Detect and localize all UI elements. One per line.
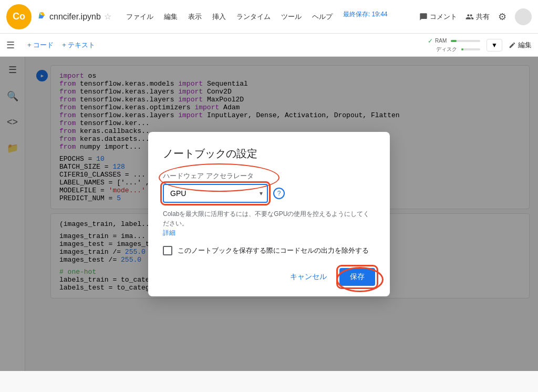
gpu-select[interactable]: なし GPU TPU: [164, 185, 267, 202]
avatar[interactable]: [515, 8, 532, 25]
menu-help[interactable]: ヘルプ: [308, 10, 337, 24]
toolbar-right: ✓ RAM ディスク ▼ 編集: [428, 37, 532, 53]
disk-bar: [461, 48, 480, 50]
hint-link[interactable]: 詳細: [163, 229, 175, 236]
hamburger-icon[interactable]: ☰: [6, 39, 15, 51]
add-text-button[interactable]: + テキスト: [62, 40, 95, 50]
modal-overlay: ノートブックの設定 ハードウェア アクセラレータ なし GPU TPU ▾ ? …: [0, 57, 538, 371]
dialog-actions: キャンセル 保存: [163, 268, 375, 286]
menu-edit[interactable]: 編集: [160, 10, 182, 24]
cancel-button[interactable]: キャンセル: [282, 268, 335, 286]
help-icon[interactable]: ?: [273, 188, 285, 199]
top-right-actions: コメント 共有 ⚙: [419, 8, 532, 25]
settings-dialog: ノートブックの設定 ハードウェア アクセラレータ なし GPU TPU ▾ ? …: [148, 132, 390, 296]
add-code-button[interactable]: + コード: [27, 40, 54, 50]
drive-icon: [37, 11, 46, 23]
top-bar: Co cnncifer.ipynb ☆ ファイル 編集 表示 挿入 ランタイム …: [0, 0, 538, 34]
main-layout: ☰ 🔍 <> 📁 import os from tensorflow.keras…: [0, 57, 538, 371]
connect-button[interactable]: ▼: [487, 39, 502, 51]
checkbox-label: このノートブックを保存する際にコードセルの出力を除外する: [178, 246, 369, 255]
ram-section: ✓ RAM ディスク: [428, 37, 480, 53]
settings-icon[interactable]: ⚙: [498, 11, 506, 23]
menu-bar: ファイル 編集 表示 挿入 ランタイム ツール ヘルプ 最終保存: 19:44: [122, 10, 388, 24]
ram-label: RAM: [435, 38, 447, 44]
check-icon: ✓: [428, 37, 433, 45]
hardware-select-row: なし GPU TPU ▾ ?: [163, 184, 375, 203]
menu-runtime[interactable]: ランタイム: [232, 10, 275, 24]
ram-bar: [451, 40, 480, 42]
gpu-select-wrapper: なし GPU TPU ▾: [163, 184, 268, 203]
notebook-title: cnncifer.ipynb: [49, 12, 101, 22]
hint-text: Colabを最大限に活用するには、不要なGPUの使用を控えるようにしてください。…: [163, 209, 375, 238]
hardware-label: ハードウェア アクセラレータ: [163, 171, 375, 181]
share-button[interactable]: 共有: [465, 12, 490, 22]
menu-insert[interactable]: 挿入: [208, 10, 230, 24]
comment-button[interactable]: コメント: [419, 12, 457, 22]
menu-view[interactable]: 表示: [184, 10, 206, 24]
last-saved: 最終保存: 19:44: [343, 10, 388, 24]
edit-button[interactable]: 編集: [509, 40, 532, 50]
star-icon[interactable]: ☆: [104, 12, 111, 22]
save-button[interactable]: 保存: [339, 268, 375, 286]
dialog-title: ノートブックの設定: [163, 147, 375, 161]
colab-logo: Co: [6, 4, 32, 29]
disk-label: ディスク: [436, 46, 457, 53]
exclude-output-checkbox[interactable]: [163, 246, 172, 255]
checkbox-row: このノートブックを保存する際にコードセルの出力を除外する: [163, 246, 375, 255]
toolbar: ☰ + コード + テキスト ✓ RAM ディスク ▼ 編集: [0, 34, 538, 57]
menu-file[interactable]: ファイル: [122, 10, 158, 24]
menu-tools[interactable]: ツール: [277, 10, 306, 24]
